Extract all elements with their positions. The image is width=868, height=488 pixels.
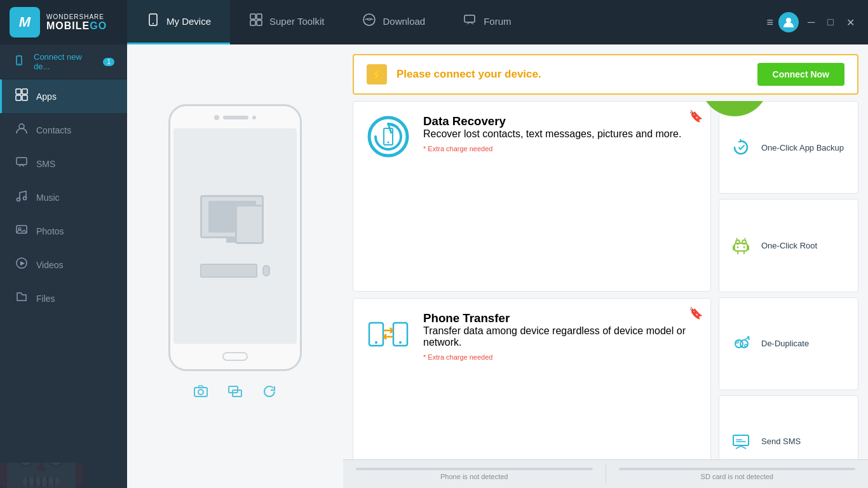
phone-transfer-title: Phone Transfer <box>423 311 698 325</box>
close-button[interactable]: ✕ <box>843 15 858 30</box>
menu-icon[interactable]: ≡ <box>766 16 773 29</box>
bookmark-icon-phone-transfer: 🔖 <box>689 306 703 320</box>
connect-badge: 1 <box>103 58 114 66</box>
connect-banner-text: Please connect your device. <box>397 68 748 81</box>
videos-label: Videos <box>36 260 64 270</box>
duplicate-icon <box>729 332 752 355</box>
connect-new-device[interactable]: Connect new de... 1 <box>0 44 127 79</box>
phone-bottom <box>222 344 248 369</box>
my-device-icon <box>146 13 160 30</box>
svg-marker-22 <box>20 261 25 266</box>
apps-icon <box>15 88 29 104</box>
tab-my-device[interactable]: My Device <box>127 0 230 44</box>
svg-rect-16 <box>17 158 27 165</box>
phone-top <box>170 106 300 128</box>
root-label: One-Click Root <box>761 241 817 250</box>
svg-point-69 <box>745 344 747 347</box>
connect-now-button[interactable]: Connect Now <box>757 63 844 86</box>
screen-mirror-button[interactable] <box>227 384 243 403</box>
svg-rect-11 <box>16 89 21 94</box>
sidebar-bottom: 🤖 <box>0 463 127 488</box>
phone-home-button <box>222 352 248 361</box>
phone-status-text: Phone is not detected <box>440 473 508 480</box>
svg-point-30 <box>388 142 390 144</box>
status-bar: Phone is not detected SD card is not det… <box>343 459 868 488</box>
svg-point-61 <box>743 247 745 248</box>
sidebar-item-videos[interactable]: Videos <box>0 248 127 281</box>
files-label: Files <box>36 294 55 304</box>
svg-point-10 <box>18 63 20 64</box>
download-icon <box>362 13 376 30</box>
svg-rect-2 <box>250 14 255 19</box>
tool-de-duplicate[interactable]: De-Duplicate <box>719 297 858 390</box>
sidebar-item-apps[interactable]: Apps <box>0 79 127 113</box>
svg-rect-19 <box>17 226 27 233</box>
de-duplicate-label: De-Duplicate <box>761 339 809 348</box>
phone-transfer-charge: * Extra charge needed <box>423 353 698 361</box>
cards-tools-area: 🔖 D <box>343 101 868 488</box>
contacts-icon <box>15 122 29 138</box>
download-label: Download <box>383 16 425 27</box>
sidebar-item-files[interactable]: Files <box>0 281 127 315</box>
tab-super-toolkit[interactable]: Super Toolkit <box>230 0 343 44</box>
tool-one-click-backup[interactable]: Drag files here to send them to your dev… <box>719 101 858 194</box>
minimize-button[interactable]: ─ <box>804 15 818 29</box>
svg-point-60 <box>737 247 739 248</box>
mascot-area <box>845 101 868 108</box>
svg-rect-4 <box>250 20 255 25</box>
main-content: ⚡ Please connect your device. Connect No… <box>127 44 868 488</box>
maximize-button[interactable]: □ <box>824 15 837 29</box>
sidebar-item-sms[interactable]: SMS <box>0 147 127 180</box>
svg-rect-13 <box>16 95 21 100</box>
sidebar-item-contacts[interactable]: Contacts <box>0 113 127 147</box>
screen-mouse <box>262 265 270 276</box>
camera-button[interactable] <box>193 384 208 403</box>
svg-point-34 <box>399 341 402 344</box>
screen-content <box>200 195 270 278</box>
data-recovery-card[interactable]: 🔖 D <box>353 101 711 292</box>
svg-point-68 <box>736 341 738 343</box>
tool-one-click-root[interactable]: One-Click Root <box>719 199 858 292</box>
app-name: MOBILEGO <box>46 20 107 32</box>
phone-screen <box>173 128 297 344</box>
right-content: ⚡ Please connect your device. Connect No… <box>343 44 868 488</box>
refresh-button[interactable] <box>262 384 277 403</box>
screen-devices <box>200 195 270 252</box>
videos-icon <box>15 257 29 273</box>
svg-rect-3 <box>257 14 262 19</box>
contacts-label: Contacts <box>36 125 71 135</box>
data-recovery-desc: Recover lost contacts, text messages, pi… <box>423 128 681 140</box>
data-recovery-icon <box>366 114 410 159</box>
svg-rect-55 <box>735 243 747 251</box>
tab-forum[interactable]: Forum <box>444 0 530 44</box>
tools-column: Drag files here to send them to your dev… <box>719 101 858 488</box>
svg-point-17 <box>17 198 20 201</box>
svg-rect-14 <box>22 95 27 100</box>
tab-download[interactable]: Download <box>343 0 444 44</box>
app-logo-icon: M <box>10 7 40 37</box>
my-device-label: My Device <box>166 16 211 27</box>
data-recovery-charge: * Extra charge needed <box>423 145 681 152</box>
sidebar-item-photos[interactable]: Photos <box>0 214 127 248</box>
phone-transfer-icon <box>366 311 410 356</box>
header-right: ≡ ─ □ ✕ <box>757 0 868 44</box>
svg-text:⚡: ⚡ <box>370 69 383 81</box>
forum-label: Forum <box>484 16 511 27</box>
svg-rect-7 <box>465 15 475 22</box>
feature-cards: 🔖 D <box>353 101 711 488</box>
nav-tabs: My Device Super Toolkit Dow <box>127 0 757 44</box>
phone-transfer-desc: Transfer data among device regardless of… <box>423 325 698 348</box>
super-toolkit-icon <box>249 13 263 30</box>
sidebar-item-music[interactable]: Music <box>0 180 127 214</box>
phone-progress-bar <box>356 468 593 470</box>
window-controls: ≡ ─ □ ✕ <box>766 12 858 32</box>
sd-card-status: SD card is not detected <box>606 464 869 484</box>
bookmark-icon-data-recovery: 🔖 <box>689 109 703 123</box>
send-sms-label: Send SMS <box>761 437 801 446</box>
backup-icon <box>729 136 752 159</box>
user-avatar[interactable] <box>778 12 799 32</box>
connect-device-label: Connect new de... <box>34 52 95 71</box>
root-icon <box>729 234 752 257</box>
data-recovery-title: Data Recovery <box>423 114 681 128</box>
sidebar: Connect new de... 1 Apps Contacts <box>0 44 127 488</box>
